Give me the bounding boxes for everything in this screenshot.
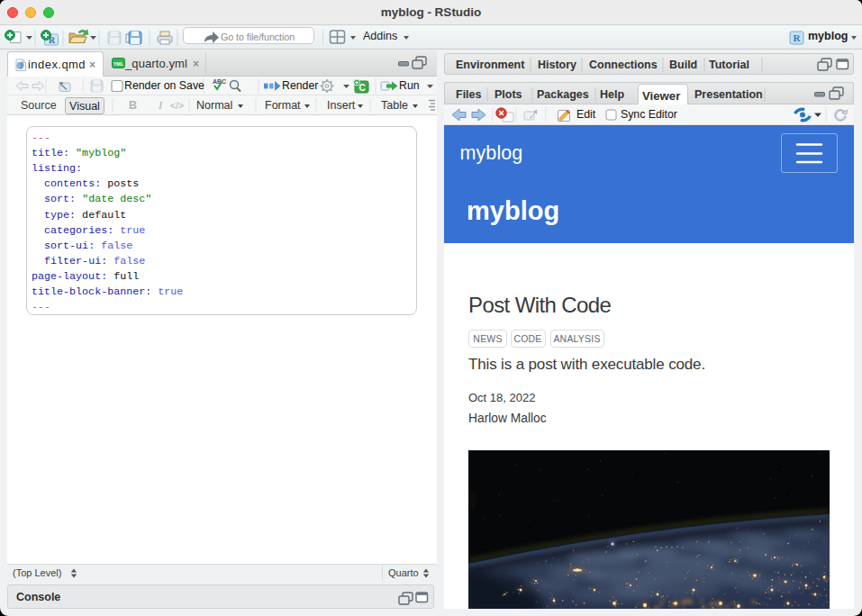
- svg-text:C: C: [358, 83, 365, 93]
- svg-text:ABC: ABC: [213, 78, 226, 85]
- svg-text:R: R: [794, 32, 802, 43]
- svg-text:YML: YML: [113, 61, 124, 67]
